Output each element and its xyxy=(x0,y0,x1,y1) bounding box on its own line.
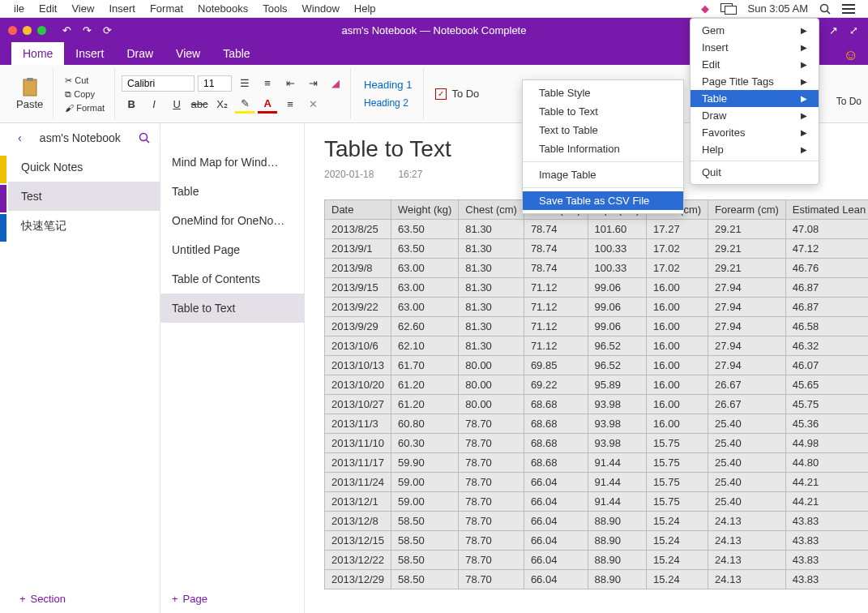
table-cell[interactable]: 24.13 xyxy=(708,531,786,551)
table-cell[interactable]: 78.74 xyxy=(524,259,588,278)
table-cell[interactable]: 60.80 xyxy=(391,414,459,434)
menu-tools[interactable]: Tools xyxy=(255,2,294,15)
table-cell[interactable]: 78.70 xyxy=(459,512,524,531)
table-cell[interactable]: 2013/9/29 xyxy=(325,317,391,337)
table-cell[interactable]: 2013/9/1 xyxy=(325,239,391,259)
section-item[interactable]: Test xyxy=(8,182,160,211)
cut-button[interactable]: ✂Cut xyxy=(60,74,109,88)
table-cell[interactable]: 29.21 xyxy=(708,239,786,259)
table-cell[interactable]: 46.76 xyxy=(785,259,868,278)
sync-icon[interactable]: ⟳ xyxy=(103,24,112,36)
table-cell[interactable]: 26.67 xyxy=(708,395,786,414)
table-cell[interactable]: 2013/11/24 xyxy=(325,473,391,492)
table-cell[interactable]: 96.52 xyxy=(588,356,647,375)
menu-notebooks[interactable]: Notebooks xyxy=(190,2,255,15)
gem-menu-item[interactable]: Help▶ xyxy=(691,141,819,158)
table-cell[interactable]: 2013/12/29 xyxy=(325,570,391,589)
table-cell[interactable]: 66.04 xyxy=(524,512,588,531)
table-cell[interactable]: 78.70 xyxy=(459,434,524,453)
section-tab-color-3[interactable] xyxy=(0,214,6,242)
page-item[interactable]: Table to Text xyxy=(160,294,304,323)
clear-format-icon[interactable]: ◢ xyxy=(326,75,345,92)
table-cell[interactable]: 59.00 xyxy=(391,492,459,512)
table-submenu-item[interactable]: Table Information xyxy=(523,139,683,158)
subscript-button[interactable]: X₂ xyxy=(212,96,232,114)
table-cell[interactable]: 59.90 xyxy=(391,453,459,473)
table-cell[interactable]: 63.50 xyxy=(391,239,459,259)
table-cell[interactable]: 81.30 xyxy=(459,337,524,356)
table-cell[interactable]: 16.00 xyxy=(647,278,708,298)
table-cell[interactable]: 46.32 xyxy=(785,337,868,356)
table-cell[interactable]: 58.50 xyxy=(391,531,459,551)
table-submenu-item[interactable]: Image Table xyxy=(523,165,683,184)
menu-format[interactable]: Format xyxy=(143,2,190,15)
table-cell[interactable]: 25.40 xyxy=(708,492,786,512)
tab-view[interactable]: View xyxy=(165,42,212,65)
delete-icon[interactable]: ✕ xyxy=(303,96,323,114)
table-row[interactable]: 2013/11/1060.3078.7068.6893.9815.7525.40… xyxy=(325,434,869,453)
table-cell[interactable]: 78.74 xyxy=(524,220,588,239)
table-cell[interactable]: 2013/11/10 xyxy=(325,434,391,453)
table-cell[interactable]: 71.12 xyxy=(524,337,588,356)
table-cell[interactable]: 66.04 xyxy=(524,492,588,512)
table-cell[interactable]: 43.83 xyxy=(785,512,868,531)
table-cell[interactable]: 15.75 xyxy=(647,473,708,492)
table-cell[interactable]: 78.70 xyxy=(459,551,524,570)
close-window-button[interactable] xyxy=(8,26,17,35)
table-cell[interactable]: 43.83 xyxy=(785,570,868,589)
table-cell[interactable]: 27.94 xyxy=(708,317,786,337)
table-cell[interactable]: 58.50 xyxy=(391,551,459,570)
table-cell[interactable]: 27.94 xyxy=(708,337,786,356)
table-row[interactable]: 2013/12/1558.5078.7066.0488.9015.2424.13… xyxy=(325,531,869,551)
table-cell[interactable]: 61.20 xyxy=(391,375,459,395)
section-tab-color-1[interactable] xyxy=(0,156,6,183)
table-cell[interactable]: 15.75 xyxy=(647,492,708,512)
table-cell[interactable]: 46.87 xyxy=(785,278,868,298)
table-cell[interactable]: 43.83 xyxy=(785,551,868,570)
gem-menu-item[interactable]: Table▶ xyxy=(691,90,819,107)
data-table[interactable]: DateWeight (kg)Chest (cm)Waist (cm)Hips … xyxy=(324,199,868,589)
table-cell[interactable]: 93.98 xyxy=(588,414,647,434)
table-cell[interactable]: 68.68 xyxy=(524,434,588,453)
menu-edit[interactable]: Edit xyxy=(32,2,64,15)
table-cell[interactable]: 29.21 xyxy=(708,259,786,278)
style-heading-2[interactable]: Heading 2 xyxy=(357,94,418,112)
table-cell[interactable]: 62.10 xyxy=(391,337,459,356)
table-cell[interactable]: 101.60 xyxy=(588,220,647,239)
strikethrough-button[interactable]: abc xyxy=(190,96,209,114)
table-row[interactable]: 2013/10/662.1081.3071.1296.5216.0027.944… xyxy=(325,337,869,356)
table-cell[interactable]: 88.90 xyxy=(588,570,647,589)
section-item[interactable]: 快速笔记 xyxy=(8,211,160,242)
table-cell[interactable]: 16.00 xyxy=(647,414,708,434)
table-cell[interactable]: 15.24 xyxy=(647,570,708,589)
table-cell[interactable]: 2013/9/15 xyxy=(325,278,391,298)
table-cell[interactable]: 91.44 xyxy=(588,492,647,512)
table-cell[interactable]: 61.70 xyxy=(391,356,459,375)
table-cell[interactable]: 2013/12/8 xyxy=(325,512,391,531)
table-row[interactable]: 2013/10/1361.7080.0069.8596.5216.0027.94… xyxy=(325,356,869,375)
table-cell[interactable]: 80.00 xyxy=(459,356,524,375)
underline-button[interactable]: U xyxy=(167,96,186,114)
table-cell[interactable]: 93.98 xyxy=(588,434,647,453)
table-cell[interactable]: 81.30 xyxy=(459,259,524,278)
table-cell[interactable]: 58.50 xyxy=(391,512,459,531)
screen-mirror-icon[interactable] xyxy=(720,3,737,15)
table-cell[interactable]: 15.24 xyxy=(647,512,708,531)
page-item[interactable]: Table of Contents xyxy=(160,264,304,294)
page-item[interactable]: OneMind for OneNo… xyxy=(160,206,304,235)
search-section-icon[interactable] xyxy=(139,132,150,144)
table-cell[interactable]: 100.33 xyxy=(588,259,647,278)
table-submenu-item[interactable]: Table Style xyxy=(523,84,683,102)
table-cell[interactable]: 68.68 xyxy=(524,395,588,414)
table-cell[interactable]: 29.21 xyxy=(708,220,786,239)
table-row[interactable]: 2013/10/2761.2080.0068.6893.9816.0026.67… xyxy=(325,395,869,414)
table-cell[interactable]: 78.70 xyxy=(459,570,524,589)
table-row[interactable]: 2013/10/2061.2080.0069.2295.8916.0026.67… xyxy=(325,375,869,395)
spotlight-icon[interactable] xyxy=(819,3,831,15)
table-cell[interactable]: 91.44 xyxy=(588,473,647,492)
style-heading-1[interactable]: Heading 1 xyxy=(357,75,418,94)
table-cell[interactable]: 66.04 xyxy=(524,551,588,570)
menu-list-icon[interactable] xyxy=(842,4,855,14)
table-submenu-item[interactable]: Save Table as CSV File xyxy=(523,191,683,210)
table-header-cell[interactable]: Weight (kg) xyxy=(391,200,459,220)
